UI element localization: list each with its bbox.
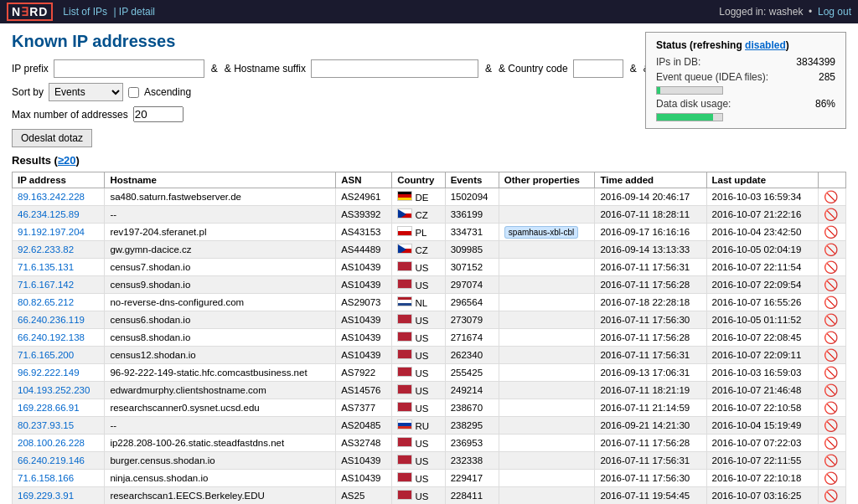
ip-link[interactable]: 208.100.26.228 [18, 438, 85, 448]
cell-events: 232338 [445, 452, 499, 470]
disk-progress-fill [657, 114, 713, 121]
data-disk-value: 86% [815, 98, 835, 110]
ip-link[interactable]: 66.240.236.119 [18, 315, 85, 325]
event-queue-label: Event queue (IDEA files): [656, 71, 768, 83]
cell-events: 236953 [445, 435, 499, 452]
ip-link[interactable]: 71.6.167.142 [18, 280, 74, 290]
country-code-input[interactable] [573, 59, 623, 78]
nav-list-of-ips[interactable]: List of IPs [63, 6, 107, 18]
delete-icon[interactable]: 🚫 [824, 401, 838, 414]
flag-us [397, 279, 412, 289]
delete-icon[interactable]: 🚫 [824, 348, 838, 362]
cell-asn: AS10439 [336, 259, 392, 276]
flag-us [397, 437, 412, 447]
delete-icon[interactable]: 🚫 [824, 278, 838, 291]
cell-hostname: edwardmurphy.clientshostname.com [105, 382, 336, 399]
ascending-checkbox[interactable] [128, 87, 139, 98]
delete-icon[interactable]: 🚫 [824, 331, 838, 344]
delete-icon[interactable]: 🚫 [824, 225, 838, 239]
cell-delete: 🚫 [818, 276, 845, 294]
cell-hostname: sa480.saturn.fastwebserver.de [105, 188, 336, 206]
delete-icon[interactable]: 🚫 [824, 471, 838, 485]
flag-us [397, 402, 412, 412]
cell-events: 336199 [445, 206, 499, 224]
results-count-link[interactable]: ≥20 [58, 154, 76, 167]
cell-hostname: ninja.census.shodan.io [105, 470, 336, 487]
nav-ip-detail[interactable]: IP detail [119, 6, 155, 18]
cell-country: US [392, 329, 445, 347]
sort-by-select[interactable]: Events Time added Last update [49, 83, 123, 101]
cell-country: RU [392, 417, 445, 435]
cell-ip: 96.92.222.149 [13, 364, 105, 382]
cell-asn: AS20485 [336, 417, 392, 435]
ip-link[interactable]: 96.92.222.149 [18, 368, 80, 378]
delete-icon[interactable]: 🚫 [824, 366, 838, 379]
table-row: 104.193.252.230 edwardmurphy.clientshost… [13, 382, 846, 399]
ip-link[interactable]: 169.228.66.91 [18, 403, 80, 413]
delete-icon[interactable]: 🚫 [824, 313, 838, 327]
cell-last-update: 2016-10-07 22:08:45 [706, 329, 818, 347]
delete-icon[interactable]: 🚫 [824, 436, 838, 450]
ip-link[interactable]: 80.237.93.15 [18, 420, 74, 430]
cell-delete: 🚫 [818, 347, 845, 364]
cell-asn: AS10439 [336, 276, 392, 294]
submit-button[interactable]: Odeslat dotaz [12, 129, 92, 147]
cell-time-added: 2016-07-11 17:56:31 [595, 259, 706, 276]
cell-delete: 🚫 [818, 364, 845, 382]
ip-prefix-input[interactable] [54, 59, 204, 78]
delete-icon[interactable]: 🚫 [824, 419, 838, 432]
cell-hostname: researchscan1.EECS.Berkeley.EDU [105, 487, 336, 505]
delete-icon[interactable]: 🚫 [824, 296, 838, 309]
cell-delete: 🚫 [818, 224, 845, 241]
cell-asn: AS25 [336, 487, 392, 505]
cell-delete: 🚫 [818, 329, 845, 347]
ip-link[interactable]: 92.62.233.82 [18, 244, 74, 255]
cell-ip: 66.240.236.119 [13, 311, 105, 329]
table-header-row: IP address Hostname ASN Country Events O… [13, 172, 846, 188]
delete-icon[interactable]: 🚫 [824, 383, 838, 397]
ip-link[interactable]: 169.229.3.91 [18, 491, 74, 501]
ip-link[interactable]: 104.193.252.230 [18, 385, 90, 395]
cell-other [499, 452, 595, 470]
ips-in-db-label: IPs in DB: [656, 56, 700, 68]
cell-hostname: census12.shodan.io [105, 347, 336, 364]
cell-asn: AS32748 [336, 435, 392, 452]
ip-link[interactable]: 71.6.165.200 [18, 350, 74, 360]
logout-link[interactable]: Log out [818, 6, 851, 18]
delete-icon[interactable]: 🚫 [824, 190, 838, 203]
col-last-update: Last update [706, 172, 818, 188]
ip-link[interactable]: 80.82.65.212 [18, 297, 74, 307]
hostname-suffix-label: & Hostname suffix [225, 63, 306, 75]
delete-icon[interactable]: 🚫 [824, 208, 838, 221]
table-row: 92.62.233.82 gw.gymn-dacice.cz AS44489 C… [13, 241, 846, 259]
ip-link[interactable]: 46.234.125.89 [18, 209, 80, 219]
cell-hostname: census6.shodan.io [105, 311, 336, 329]
cell-time-added: 2016-07-11 21:14:59 [595, 399, 706, 417]
cell-last-update: 2016-10-03 16:59:34 [706, 188, 818, 206]
delete-icon[interactable]: 🚫 [824, 260, 838, 274]
delete-icon[interactable]: 🚫 [824, 454, 838, 467]
hostname-suffix-input[interactable] [311, 59, 478, 78]
ip-link[interactable]: 89.163.242.228 [18, 192, 85, 202]
ip-link[interactable]: 66.240.219.146 [18, 455, 85, 465]
col-hostname: Hostname [105, 172, 336, 188]
cell-asn: AS10439 [336, 347, 392, 364]
refreshing-link[interactable]: disabled [745, 39, 786, 51]
cell-events: 309985 [445, 241, 499, 259]
ip-link[interactable]: 66.240.192.138 [18, 332, 85, 342]
data-disk-label: Data disk usage: [656, 98, 731, 110]
delete-icon[interactable]: 🚫 [824, 243, 838, 256]
delete-icon[interactable]: 🚫 [824, 489, 838, 502]
cell-other [499, 241, 595, 259]
ip-link[interactable]: 71.6.135.131 [18, 262, 74, 272]
cell-other: spamhaus-xbl-cbl [499, 224, 595, 241]
event-queue-value: 285 [819, 71, 835, 83]
cell-hostname: census8.shodan.io [105, 329, 336, 347]
ascending-label: Ascending [144, 86, 191, 98]
ip-link[interactable]: 91.192.197.204 [18, 227, 85, 237]
cell-other [499, 311, 595, 329]
flag-us [397, 455, 412, 465]
max-addresses-input[interactable]: 20 [133, 106, 183, 122]
cell-country: NL [392, 294, 445, 311]
ip-link[interactable]: 71.6.158.166 [18, 473, 74, 483]
